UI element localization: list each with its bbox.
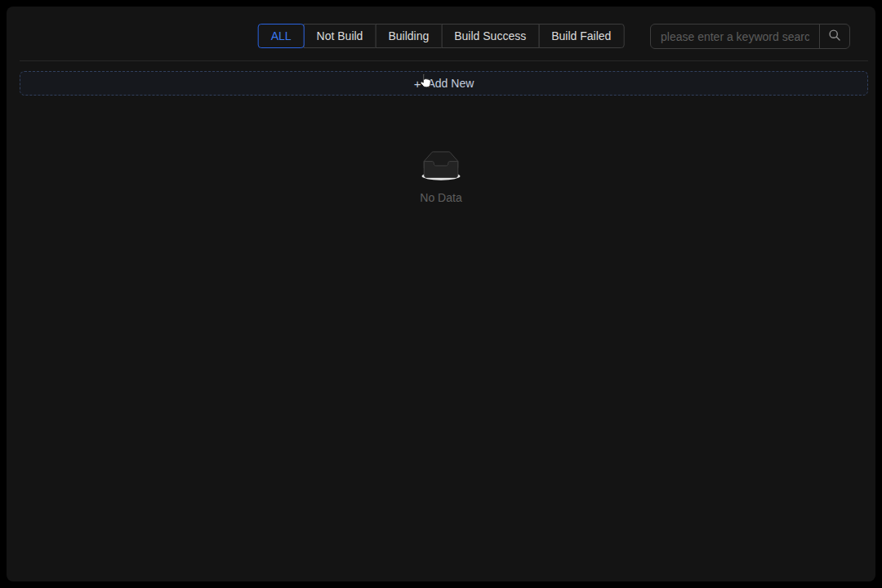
add-new-button[interactable]: + Add New [20,71,868,96]
build-status-filter-group: ALL Not Build Building Build Success Bui… [258,24,625,48]
filter-tab-all[interactable]: ALL [258,24,305,48]
empty-state: No Data [7,151,875,204]
add-new-label: Add New [427,77,474,90]
empty-state-label: No Data [7,191,875,204]
filter-tab-building[interactable]: Building [375,24,442,48]
plus-icon: + [414,78,421,90]
empty-box-icon [417,151,465,185]
search-input[interactable] [651,24,819,48]
keyword-search-box [650,24,850,49]
filter-tab-build-success[interactable]: Build Success [441,24,539,48]
filter-tab-build-failed[interactable]: Build Failed [538,24,624,48]
magnifier-icon [828,29,841,44]
header-divider [20,60,868,61]
search-button[interactable] [820,24,849,48]
filter-tab-not-build[interactable]: Not Build [304,24,376,48]
main-panel: ALL Not Build Building Build Success Bui… [7,7,875,581]
filter-header: ALL Not Build Building Build Success Bui… [7,7,875,61]
